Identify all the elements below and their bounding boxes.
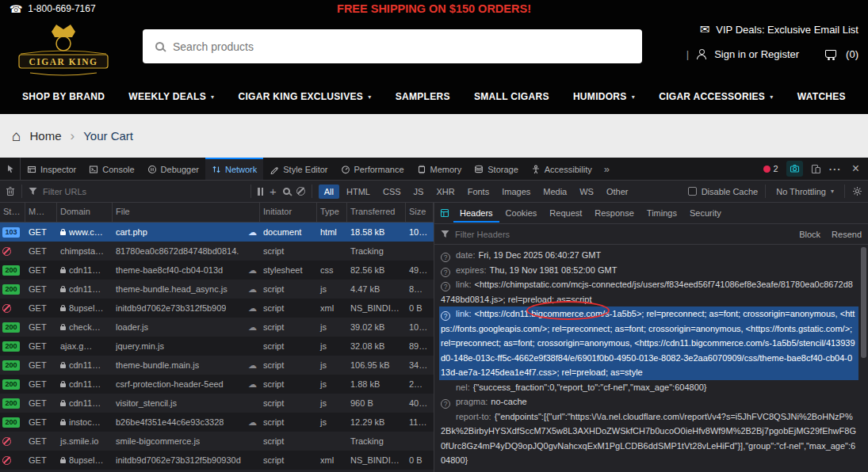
filter-pill[interactable]: Media	[537, 185, 572, 199]
nav-item[interactable]: CIGAR ACCESSORIES ▾	[659, 91, 773, 102]
nav-item[interactable]: CIGAR KING EXCLUSIVES ▾	[239, 91, 372, 102]
tab-performance[interactable]: Performance	[335, 158, 411, 180]
filter-pill[interactable]: CSS	[377, 185, 407, 199]
network-request-row[interactable]: GET 8upsel… initdb9d7062e73b312f5b909 ☁ …	[0, 299, 434, 318]
filter-pill[interactable]: XHR	[430, 185, 460, 199]
lock-icon	[60, 402, 66, 406]
breadcrumb-home[interactable]: Home	[29, 129, 61, 143]
network-request-row[interactable]: GET 8upsel… initdb9d7062e73b312f5b90930d…	[0, 451, 434, 470]
network-request-row[interactable]: 200 GET cdn11… theme-bundle.main.js ☁	[0, 356, 434, 375]
phone-number[interactable]: ☎ 1-800-669-7167	[10, 3, 96, 15]
error-dot-icon	[763, 166, 770, 173]
disable-cache-checkbox[interactable]	[688, 187, 697, 196]
new-request-icon[interactable]: +	[270, 185, 277, 197]
home-icon[interactable]: ⌂	[12, 128, 21, 143]
network-request-row[interactable]: 200 GET cdn11… theme-bae8cf40-cb04-013d …	[0, 261, 434, 280]
network-request-row[interactable]: GET chimpsta… 81780ea0c8672d84748bd0814.…	[0, 242, 434, 261]
details-tab[interactable]: Security	[683, 204, 728, 223]
method-cell: GET	[25, 265, 57, 275]
tab-network[interactable]: Network	[205, 158, 263, 180]
network-request-row[interactable]: 200 GET check… loader.js ☁ scrip	[0, 318, 434, 337]
filter-urls-input[interactable]	[43, 187, 244, 196]
filter-headers-input[interactable]	[455, 230, 558, 239]
filter-pill[interactable]: Fonts	[462, 185, 495, 199]
details-tab[interactable]: Cookies	[499, 204, 544, 223]
question-icon[interactable]: ?	[441, 253, 450, 262]
tab-inspector[interactable]: Inspector	[21, 158, 82, 180]
column-header[interactable]: Initiator	[260, 203, 317, 222]
devtools-menu-icon[interactable]: ···	[829, 163, 842, 175]
lock-icon	[60, 364, 66, 368]
initiator-cell: script	[260, 436, 317, 446]
domain-cell: chimpsta…	[57, 246, 113, 256]
column-header[interactable]: Size	[406, 203, 434, 222]
sign-in-link[interactable]: Sign in or Register	[714, 48, 799, 60]
throttling-select[interactable]: No Throttling ▾	[773, 187, 837, 196]
network-settings-gear-icon[interactable]	[852, 186, 862, 196]
nav-item[interactable]: SHOP BY BRAND	[22, 91, 105, 102]
filter-pill[interactable]: Images	[496, 185, 536, 199]
tab-memory[interactable]: Memory	[411, 158, 468, 180]
filter-pill[interactable]: JS	[408, 185, 430, 199]
block-button[interactable]: Block	[799, 230, 820, 239]
cart-count[interactable]: (0)	[846, 48, 858, 60]
more-tabs-icon[interactable]: »	[598, 158, 615, 180]
filter-pill[interactable]: Other	[601, 185, 634, 199]
filter-pill[interactable]: WS	[574, 185, 599, 199]
vip-deals-link[interactable]: ✉ VIP Deals: Exclusive Email List	[700, 22, 858, 36]
search-input[interactable]	[173, 40, 629, 53]
network-request-row[interactable]: 200 GET cdn11… csrf-protection-header-5e…	[0, 375, 434, 394]
tab-accessibility[interactable]: Accessibility	[525, 158, 598, 180]
error-count-badge[interactable]: 2	[763, 164, 778, 173]
nav-item[interactable]: HUMIDORS ▾	[573, 91, 635, 102]
node-picker-icon[interactable]	[0, 158, 21, 180]
resend-button[interactable]: Resend	[832, 230, 862, 239]
status-badge: 200	[2, 284, 20, 295]
clear-requests-icon[interactable]	[6, 186, 15, 196]
details-panel-icon[interactable]	[437, 205, 453, 221]
blocked-icon	[2, 304, 11, 313]
site-logo[interactable]: CIGAR KING	[13, 19, 114, 78]
close-icon[interactable]: ×	[850, 162, 862, 176]
tab-storage[interactable]: Storage	[468, 158, 525, 180]
network-request-row[interactable]: GET js.smile.io smile-bigcommerce.js scr…	[0, 432, 434, 451]
network-request-row[interactable]: 200 GET cdn11… theme-bundle.head_async.j…	[0, 280, 434, 299]
pause-recording-icon[interactable]	[258, 188, 263, 196]
details-tab[interactable]: Timings	[640, 204, 683, 223]
question-icon[interactable]: ?	[441, 399, 450, 409]
question-icon[interactable]: ?	[441, 268, 450, 277]
network-request-row[interactable]: 200 GET ajax.g… jquery.min.js s	[0, 337, 434, 356]
disable-cache-toggle[interactable]: Disable Cache	[688, 187, 759, 196]
logo-text: CIGAR KING	[29, 57, 98, 67]
nav-item[interactable]: SMALL CIGARS	[474, 91, 549, 102]
filter-pill[interactable]: HTML	[341, 185, 376, 199]
column-header[interactable]: M…	[25, 203, 57, 222]
details-tab[interactable]: Request	[543, 204, 588, 223]
tab-console[interactable]: Console	[82, 158, 140, 180]
question-icon[interactable]: ?	[441, 311, 450, 321]
nav-item[interactable]: WATCHES	[797, 91, 846, 102]
network-request-row[interactable]: 200 GET instoc… b26be4f351e44c6e93c3328 …	[0, 413, 434, 432]
screenshot-icon[interactable]	[786, 161, 803, 177]
filter-pill[interactable]: All	[319, 185, 339, 199]
column-header[interactable]: File	[113, 203, 260, 222]
column-header[interactable]: Domain	[57, 203, 113, 222]
column-header[interactable]: St…	[0, 203, 25, 222]
search-requests-icon[interactable]	[283, 188, 290, 195]
details-tab[interactable]: Response	[588, 204, 640, 223]
question-icon[interactable]: ?	[441, 282, 450, 291]
details-tab[interactable]: Headers	[453, 204, 499, 223]
lock-icon	[60, 383, 66, 387]
network-request-row[interactable]: 103 GET www.c… cart.php ☁ docume	[0, 223, 434, 242]
nav-item[interactable]: WEEKLY DEALS ▾	[128, 91, 214, 102]
responsive-design-icon[interactable]	[811, 164, 821, 174]
nav-item[interactable]: SAMPLERS	[396, 91, 450, 102]
tab-style-editor[interactable]: Style Editor	[263, 158, 334, 180]
cart-icon[interactable]	[824, 48, 839, 60]
request-blocking-icon[interactable]	[296, 187, 305, 196]
tab-debugger[interactable]: Debugger	[141, 158, 205, 180]
column-header[interactable]: Transferred	[347, 203, 406, 222]
scrollbar-thumb[interactable]	[861, 247, 866, 358]
network-request-row[interactable]: 200 GET cdn11… visitor_stencil.js	[0, 394, 434, 413]
column-header[interactable]: Type	[317, 203, 347, 222]
